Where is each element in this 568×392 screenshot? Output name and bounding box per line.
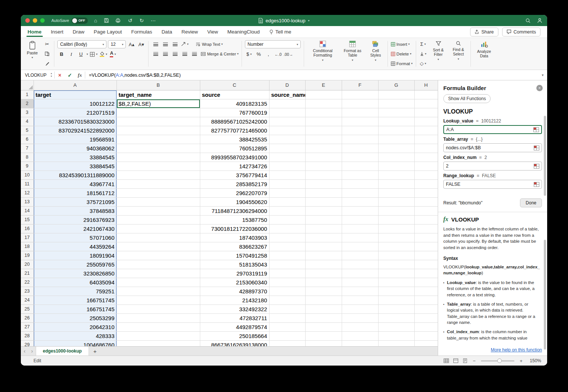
- cell-source[interactable]: 518135043: [200, 260, 269, 269]
- range-selector-icon[interactable]: [533, 127, 539, 132]
- cell-source[interactable]: 767760019: [200, 108, 269, 117]
- tab-view[interactable]: View: [207, 26, 218, 38]
- cell[interactable]: [305, 206, 342, 215]
- italic-button[interactable]: I: [67, 50, 75, 58]
- cell[interactable]: [378, 340, 414, 346]
- cell[interactable]: [378, 296, 414, 305]
- cell[interactable]: [414, 188, 438, 197]
- cell[interactable]: [342, 179, 378, 188]
- cell-source-name[interactable]: [269, 340, 305, 346]
- cell-target[interactable]: 57071060: [33, 233, 117, 242]
- cell[interactable]: [342, 188, 378, 197]
- cell-target[interactable]: 375721095: [33, 197, 117, 206]
- range-selector-icon[interactable]: [534, 164, 539, 169]
- cell-target[interactable]: 428333: [33, 331, 117, 340]
- cell[interactable]: [414, 260, 438, 269]
- cell-source[interactable]: 2970319119: [200, 269, 269, 278]
- cell[interactable]: [414, 322, 438, 331]
- cell[interactable]: [378, 170, 414, 179]
- cell-source[interactable]: 15387750: [200, 215, 269, 224]
- align-right-button[interactable]: [171, 50, 179, 58]
- cell-source-name[interactable]: [269, 322, 305, 331]
- cell-target-name-header[interactable]: target_name: [117, 90, 200, 99]
- cell-source[interactable]: 388425535: [200, 135, 269, 144]
- cell-source-header[interactable]: source: [200, 90, 269, 99]
- cell[interactable]: [378, 260, 414, 269]
- fill-button[interactable]: ▾: [419, 50, 427, 58]
- row-header[interactable]: 29: [21, 340, 33, 346]
- cell[interactable]: [342, 313, 378, 322]
- save-icon[interactable]: [104, 18, 111, 23]
- column-header-d[interactable]: D: [269, 80, 305, 90]
- cell[interactable]: [342, 170, 378, 179]
- cell-target[interactable]: 3230826850: [33, 269, 117, 278]
- cell-source[interactable]: 827757707721465000: [200, 126, 269, 135]
- cell-styles-button[interactable]: Cell Styles ▾: [367, 40, 384, 62]
- underline-button[interactable]: U: [77, 50, 85, 58]
- cell-target-name[interactable]: [117, 260, 200, 269]
- next-sheet-button[interactable]: ›: [28, 347, 36, 356]
- row-header[interactable]: 28: [21, 331, 33, 340]
- cell-source[interactable]: 836623267: [200, 242, 269, 251]
- cell-target[interactable]: 64035094: [33, 278, 117, 287]
- font-size-select[interactable]: 12 ▾: [108, 40, 126, 48]
- fill-color-button[interactable]: ▾: [99, 50, 107, 58]
- cell[interactable]: [414, 296, 438, 305]
- cell[interactable]: [378, 215, 414, 224]
- cell-source[interactable]: 760512895: [200, 144, 269, 153]
- cell-source[interactable]: 428897370: [200, 287, 269, 296]
- autosave-control[interactable]: AutoSave OFF: [51, 17, 88, 24]
- cell[interactable]: [378, 233, 414, 242]
- row-header[interactable]: 4: [21, 117, 33, 126]
- row-header[interactable]: 15: [21, 215, 33, 224]
- cell[interactable]: [342, 296, 378, 305]
- merge-center-button[interactable]: Merge & Center ▾: [201, 50, 239, 58]
- cell-source-name-header[interactable]: source_name: [269, 90, 305, 99]
- cell-source-name[interactable]: [269, 197, 305, 206]
- zoom-window-button[interactable]: [40, 18, 45, 23]
- row-header[interactable]: 22: [21, 278, 33, 287]
- align-center-button[interactable]: [161, 50, 169, 58]
- range-selector-icon[interactable]: [534, 182, 539, 187]
- format-cells-button[interactable]: Format ▾: [391, 60, 412, 67]
- sheet-tab[interactable]: edges1000-lookup: [36, 347, 89, 356]
- cell-source[interactable]: 21432180: [200, 296, 269, 305]
- cell-target-name[interactable]: [117, 251, 200, 260]
- cell[interactable]: [378, 269, 414, 278]
- cell[interactable]: [414, 162, 438, 170]
- previous-sheet-button[interactable]: ‹: [21, 347, 28, 356]
- cell-source[interactable]: 2153060340: [200, 278, 269, 287]
- paste-chevron-icon[interactable]: ▾: [32, 56, 33, 59]
- align-bottom-button[interactable]: [171, 40, 179, 48]
- tab-formulas[interactable]: Formulas: [131, 26, 152, 38]
- delete-cells-button[interactable]: Delete ▾: [391, 50, 412, 58]
- cell-target[interactable]: 759251: [33, 287, 117, 296]
- name-box-stepper[interactable]: ▲ ▼: [50, 72, 52, 77]
- cell[interactable]: [414, 305, 438, 313]
- autosum-button[interactable]: Σ▾: [419, 40, 427, 48]
- cell[interactable]: [378, 162, 414, 170]
- increase-decimal-button[interactable]: .00→: [284, 50, 293, 58]
- select-all-corner[interactable]: [21, 80, 33, 90]
- row-header[interactable]: 17: [21, 233, 33, 242]
- cell[interactable]: [305, 170, 342, 179]
- row-header[interactable]: 10: [21, 170, 33, 179]
- cell-target[interactable]: 37848583: [33, 206, 117, 215]
- cell-target[interactable]: 166751745: [33, 296, 117, 305]
- cell-target[interactable]: 823367015830323000: [33, 117, 117, 126]
- number-format-select[interactable]: Number ▾: [245, 40, 301, 48]
- cell[interactable]: [414, 215, 438, 224]
- cell[interactable]: [378, 90, 414, 99]
- cell[interactable]: [305, 162, 342, 170]
- confirm-entry-button[interactable]: ✓: [65, 70, 75, 80]
- cancel-entry-button[interactable]: ×: [55, 70, 65, 80]
- cell[interactable]: [305, 313, 342, 322]
- cell-source-name[interactable]: [269, 162, 305, 170]
- share-button[interactable]: Share: [470, 28, 498, 36]
- row-header[interactable]: 24: [21, 296, 33, 305]
- add-sheet-button[interactable]: +: [93, 348, 97, 354]
- copy-button[interactable]: [43, 50, 51, 58]
- expand-formula-bar-icon[interactable]: ▾: [538, 70, 547, 80]
- cell-source[interactable]: 142734726: [200, 162, 269, 170]
- cell-target[interactable]: 10012122: [33, 99, 117, 108]
